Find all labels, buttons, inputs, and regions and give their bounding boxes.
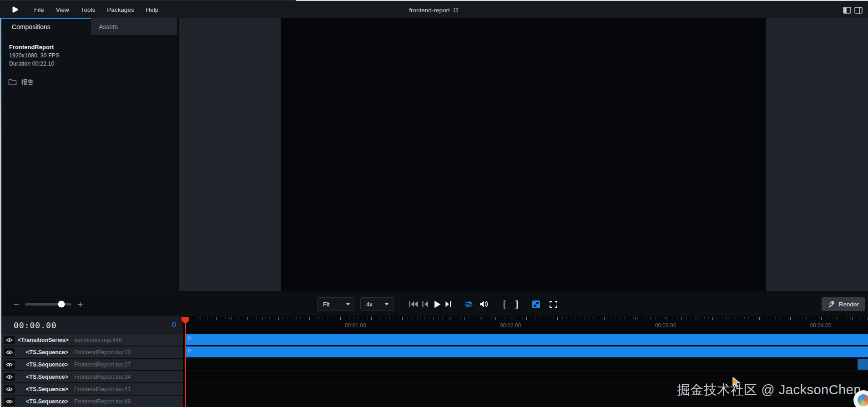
menu-help[interactable]: Help	[140, 4, 165, 16]
visibility-toggle-eye-icon[interactable]	[4, 336, 15, 344]
sequence-bar[interactable]	[858, 359, 868, 370]
track-source-label: FrontendReport.tsx:27	[74, 361, 131, 368]
track-source-label: esm/index.mjs:440	[75, 337, 122, 343]
render-button[interactable]: Render	[822, 297, 865, 311]
visibility-toggle-eye-icon[interactable]	[4, 397, 15, 406]
timeline-ruler[interactable]: 00:01.0000:02.0000:03.0000:04.00	[184, 316, 868, 334]
timecode-panel: 00:00.00 0	[0, 316, 183, 334]
track-tag-label: <TransitionSeries>	[18, 337, 69, 343]
visibility-toggle-eye-icon[interactable]	[4, 361, 15, 369]
track-source-label: FrontendReport.tsx:20	[74, 349, 131, 356]
loop-toggle-icon[interactable]	[464, 301, 474, 308]
zoom-in-button[interactable]: +	[77, 300, 83, 309]
playback-controls: Fit 4x	[317, 291, 557, 317]
track-lane[interactable]: 0	[183, 334, 868, 346]
ruler-time-label: 00:01.00	[345, 322, 366, 329]
composition-folder-item[interactable]: 报告	[0, 75, 177, 89]
menu-bar: File View Tools Packages Help frontend-r…	[0, 0, 868, 18]
menu-items: File View Tools Packages Help	[28, 4, 164, 16]
folder-icon	[8, 79, 17, 86]
track-tag-label: <TS.Sequence>	[26, 398, 68, 405]
track-tag-label: <TS.Sequence>	[26, 386, 68, 392]
remotion-logo-icon[interactable]	[11, 5, 19, 14]
menu-packages[interactable]: Packages	[101, 4, 140, 16]
playback-rate-value: 4x	[366, 301, 373, 308]
menu-tools[interactable]: Tools	[75, 4, 101, 16]
volume-icon[interactable]	[479, 300, 488, 308]
track-label[interactable]: <TS.Sequence>FrontendReport.tsx:34	[0, 371, 183, 382]
zoom-slider-knob[interactable]	[58, 301, 65, 308]
composition-specs: 1920x1080, 30 FPS	[9, 51, 177, 60]
canvas-size-select[interactable]: Fit	[317, 297, 355, 311]
timeline-track-row: <TS.Sequence>FrontendReport.tsx:200	[0, 346, 868, 358]
composition-title[interactable]: frontend-report	[409, 1, 459, 19]
visibility-toggle-eye-icon[interactable]	[4, 373, 15, 381]
track-label[interactable]: <TS.Sequence>FrontendReport.tsx:20	[0, 346, 183, 358]
composition-info: FrontendReport 1920x1080, 30 FPS Duratio…	[0, 35, 177, 68]
track-label[interactable]: <TS.Sequence>FrontendReport.tsx:27	[0, 359, 183, 370]
zoom-slider[interactable]	[25, 303, 71, 305]
jump-to-start-icon[interactable]	[409, 301, 418, 307]
track-tag-label: <TS.Sequence>	[26, 361, 68, 368]
track-label[interactable]: <TS.Sequence>FrontendReport.tsx:41	[0, 383, 183, 395]
playback-toolbar: − + Fit 4x	[0, 291, 868, 316]
fullscreen-icon[interactable]	[550, 301, 557, 308]
left-panel-toggle-icon[interactable]	[843, 7, 851, 14]
set-in-point-icon[interactable]: [	[502, 299, 507, 309]
tab-assets[interactable]: Assets	[91, 18, 177, 35]
left-sidebar: Compositions Assets FrontendReport 1920x…	[0, 18, 178, 291]
timeline-track-row: <TS.Sequence>FrontendReport.tsx:27	[0, 359, 868, 370]
panel-toggles	[843, 1, 863, 19]
transparency-checkerboard-icon[interactable]	[532, 300, 540, 308]
top-edge-artifact	[296, 0, 868, 1]
sidebar-tabbar: Compositions Assets	[0, 18, 177, 35]
track-source-label: FrontendReport.tsx:41	[74, 386, 131, 392]
play-icon[interactable]	[434, 300, 441, 308]
visibility-toggle-eye-icon[interactable]	[4, 348, 15, 356]
video-canvas	[281, 18, 766, 291]
timeline-track-row: <TransitionSeries>esm/index.mjs:4400	[0, 334, 868, 346]
track-source-label: FrontendReport.tsx:48	[74, 398, 131, 405]
track-tag-label: <TS.Sequence>	[26, 349, 68, 356]
ruler-time-label: 00:02.00	[500, 322, 521, 329]
mouse-cursor-icon	[732, 377, 742, 389]
composition-title-text: frontend-report	[409, 7, 449, 14]
watermark-text: 掘金技术社区 @ JacksonChen	[677, 381, 861, 399]
track-label[interactable]: <TS.Sequence>FrontendReport.tsx:48	[0, 396, 183, 407]
next-frame-icon[interactable]	[445, 301, 451, 307]
preview-panel	[179, 18, 868, 291]
zoom-out-button[interactable]: −	[14, 300, 19, 309]
sequence-frame-label: 0	[186, 334, 191, 341]
track-source-label: FrontendReport.tsx:34	[74, 374, 131, 380]
render-button-label: Render	[839, 301, 859, 308]
ruler-time-label: 00:03.00	[655, 322, 676, 329]
sequence-bar[interactable]: 0	[186, 334, 868, 345]
track-lane[interactable]	[183, 359, 868, 370]
sequence-frame-label: 0	[186, 346, 191, 353]
menu-file[interactable]: File	[28, 4, 50, 16]
sequence-bar[interactable]: 0	[186, 346, 868, 357]
canvas-size-value: Fit	[323, 301, 329, 308]
set-out-point-icon[interactable]: ]	[514, 299, 519, 309]
frame-counter: 0	[172, 321, 176, 329]
timeline-zoom-controls: − +	[14, 291, 83, 317]
tab-compositions[interactable]: Compositions	[0, 18, 91, 35]
chevron-down-icon	[384, 303, 389, 305]
track-lane[interactable]: 0	[183, 346, 868, 358]
previous-frame-icon[interactable]	[422, 301, 428, 307]
composition-name: FrontendReport	[9, 43, 177, 51]
right-panel-toggle-icon[interactable]	[854, 7, 863, 14]
menu-view[interactable]: View	[50, 4, 75, 16]
remotion-studio-window: File View Tools Packages Help frontend-r…	[0, 0, 868, 407]
playhead-line[interactable]	[185, 317, 186, 407]
timeline-header: 00:00.00 0 00:01.0000:02.0000:03.0000:04…	[0, 316, 868, 334]
rocket-icon	[828, 300, 835, 308]
external-link-icon[interactable]	[453, 7, 459, 13]
playback-rate-select[interactable]: 4x	[360, 297, 394, 311]
visibility-toggle-eye-icon[interactable]	[4, 385, 15, 393]
folder-label: 报告	[21, 78, 34, 86]
timecode-display: 00:00.00	[14, 321, 57, 330]
track-label[interactable]: <TransitionSeries>esm/index.mjs:440	[0, 334, 183, 346]
track-tag-label: <TS.Sequence>	[26, 374, 68, 380]
composition-duration: Duration 00:22.10	[9, 60, 177, 68]
